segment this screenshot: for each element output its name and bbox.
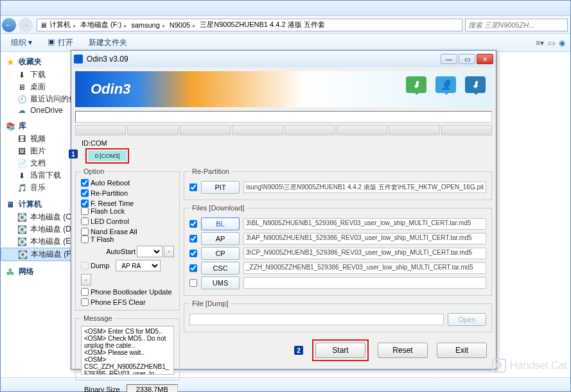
files-group: Files [Download] BL3\BL_N9005ZHUENB1_529… bbox=[184, 204, 492, 296]
chk-cp[interactable] bbox=[189, 250, 197, 257]
nav-back-button[interactable]: ← bbox=[2, 18, 16, 32]
odin-titlebar[interactable]: Odin3 v3.09 — ▭ ✕ bbox=[71, 51, 496, 67]
odin-title-text: Odin3 v3.09 bbox=[87, 55, 128, 64]
idcom-label: ID:COM bbox=[82, 139, 492, 147]
sidebar-head-fav[interactable]: 收藏夹 bbox=[19, 56, 42, 67]
dump-path[interactable] bbox=[189, 314, 444, 325]
chk-pit[interactable] bbox=[189, 183, 197, 191]
chk-tflash[interactable]: T Flash bbox=[81, 235, 114, 243]
chk-repartition[interactable]: Re-Partition bbox=[81, 189, 128, 197]
apram-clear[interactable]: - bbox=[81, 274, 91, 285]
recent-icon: 🕘 bbox=[17, 95, 26, 104]
apram-select[interactable]: AP RAM bbox=[116, 260, 161, 271]
port-cell bbox=[75, 125, 126, 135]
message-group: Message <OSM> Enter CS for MD5.. <OSM> C… bbox=[75, 314, 180, 380]
cloud-icon: ☁ bbox=[17, 106, 26, 115]
autostart-clear[interactable]: - bbox=[164, 246, 174, 257]
start-button[interactable]: Start bbox=[315, 343, 365, 358]
pit-button[interactable]: PIT bbox=[201, 181, 240, 194]
nav-forward-button[interactable]: → bbox=[19, 18, 33, 32]
chk-auto-reboot[interactable]: Auto Reboot bbox=[81, 179, 130, 187]
ums-path[interactable] bbox=[243, 277, 486, 289]
open-button[interactable]: ▣ 打开 bbox=[42, 36, 78, 49]
files-legend: Files [Download] bbox=[189, 204, 247, 212]
close-button[interactable]: ✕ bbox=[477, 54, 493, 64]
chk-ledcontrol[interactable]: LED Control bbox=[81, 217, 129, 225]
view-icon[interactable]: ≡▾ bbox=[536, 38, 544, 47]
chk-ap[interactable] bbox=[189, 235, 197, 243]
ap-path[interactable]: 3\AP_N9005ZHUENB1_529386_REV03_user_low_… bbox=[243, 233, 486, 244]
sidebar-head-lib[interactable]: 库 bbox=[19, 121, 26, 132]
minimize-button[interactable]: — bbox=[441, 54, 457, 64]
dump-legend: File [Dump] bbox=[189, 300, 231, 307]
address-box[interactable]: 🖥 计算机 本地磁盘 (F:) samsung N9005 三星N9005ZHU… bbox=[37, 19, 462, 31]
cp-button[interactable]: CP bbox=[201, 247, 240, 260]
breadcrumb[interactable]: 三星N9005ZHUENB1 4.4.2 港版 五件套 bbox=[200, 20, 324, 30]
sidebar-head-comp[interactable]: 计算机 bbox=[19, 199, 42, 210]
sidebar-head-net[interactable]: 网络 bbox=[19, 266, 34, 277]
csc-path[interactable]: _ZZH_N9005ZZHENB1_529386_REV03_user_low_… bbox=[243, 262, 486, 274]
desktop-icon: 🖥 bbox=[17, 83, 26, 92]
organize-button[interactable]: 组织 ▾ bbox=[6, 36, 37, 49]
toolbar: 组织 ▾ ▣ 打开 新建文件夹 ≡▾ ▭ ◉ bbox=[1, 34, 570, 52]
reset-button[interactable]: Reset bbox=[378, 343, 428, 358]
message-log[interactable]: <OSM> Enter CS for MD5.. <OSM> Check MD5… bbox=[81, 326, 174, 375]
port-row bbox=[75, 125, 492, 135]
bl-button[interactable]: BL bbox=[201, 217, 240, 230]
chk-flashlock[interactable]: Flash Lock bbox=[81, 207, 125, 215]
repartition-group: Re-Partition PIT isung\N9005\三星N9005ZHUE… bbox=[184, 167, 492, 200]
chk-nanderase[interactable]: Nand Erase All bbox=[81, 228, 137, 235]
drive-icon: 💽 bbox=[17, 225, 26, 234]
preview-icon[interactable]: ▭ bbox=[548, 38, 555, 47]
chk-phone-efs[interactable]: Phone EFS Clear bbox=[81, 298, 146, 306]
idcom-highlight: 0:[COM3] bbox=[85, 148, 129, 164]
autostart-select[interactable] bbox=[137, 246, 163, 257]
ums-button[interactable]: UMS bbox=[201, 277, 240, 289]
chk-dump[interactable]: Dump bbox=[81, 262, 109, 269]
new-folder-button[interactable]: 新建文件夹 bbox=[83, 36, 132, 49]
autostart-label: AutoStart bbox=[106, 248, 136, 255]
odin-window: Odin3 v3.09 — ▭ ✕ Odin3 ⬇ 👤 ⬇ ID:COM 1 0… bbox=[71, 50, 496, 370]
exit-button[interactable]: Exit bbox=[437, 343, 487, 358]
csc-button[interactable]: CSC bbox=[201, 262, 240, 275]
video-icon: 🎞 bbox=[17, 135, 26, 144]
picture-icon: 🖼 bbox=[17, 147, 26, 156]
dump-open-button: Open bbox=[448, 313, 486, 326]
drive-icon: 💽 bbox=[17, 237, 26, 246]
bl-path[interactable]: 3\BL_N9005ZHUENB1_529386_REV03_user_low_… bbox=[243, 218, 486, 230]
maximize-button[interactable]: ▭ bbox=[459, 54, 475, 64]
pin-save-icon: ⬇ bbox=[465, 76, 486, 93]
search-input[interactable] bbox=[465, 19, 568, 31]
idcom-value[interactable]: 0:[COM3] bbox=[88, 151, 127, 161]
music-icon: 🎵 bbox=[17, 183, 26, 192]
port-cell bbox=[127, 125, 178, 135]
computer-icon: 🖥 bbox=[6, 200, 15, 209]
explorer-titlebar[interactable] bbox=[1, 1, 570, 16]
port-cell bbox=[180, 125, 231, 135]
ap-button[interactable]: AP bbox=[201, 232, 240, 245]
pin-download-icon: ⬇ bbox=[406, 76, 426, 93]
breadcrumb[interactable]: 本地磁盘 (F:) bbox=[80, 20, 121, 30]
chk-phone-bl[interactable]: Phone Bootloader Update bbox=[81, 288, 172, 296]
chk-bl[interactable] bbox=[189, 220, 197, 228]
breadcrumb[interactable]: 计算机 bbox=[49, 20, 71, 30]
address-bar: ← → 🖥 计算机 本地磁盘 (F:) samsung N9005 三星N900… bbox=[1, 16, 570, 34]
start-highlight: Start bbox=[312, 339, 369, 361]
pit-path[interactable]: isung\N9005\三星N9005ZHUENB1 4.4.2 港版 五件套\… bbox=[243, 182, 486, 193]
breadcrumb[interactable]: samsung bbox=[131, 21, 160, 29]
breadcrumb[interactable]: N9005 bbox=[170, 21, 190, 29]
help-icon[interactable]: ◉ bbox=[559, 38, 565, 47]
app-icon bbox=[74, 55, 83, 64]
chk-ums[interactable] bbox=[189, 279, 197, 287]
chk-csc[interactable] bbox=[189, 264, 197, 272]
chk-freset[interactable]: F. Reset Time bbox=[81, 200, 134, 207]
network-icon: 🖧 bbox=[6, 268, 15, 277]
drive-icon: 💽 bbox=[17, 213, 26, 222]
repartition-legend: Re-Partition bbox=[189, 167, 232, 175]
port-cell bbox=[441, 125, 492, 135]
port-cell bbox=[232, 125, 283, 135]
cp-path[interactable]: 3\CP_N9005ZHUENB1_529386_REV03_user_low_… bbox=[243, 248, 486, 259]
port-cell bbox=[337, 125, 387, 135]
port-cell bbox=[389, 125, 439, 135]
download-icon: ⬇ bbox=[17, 171, 26, 180]
